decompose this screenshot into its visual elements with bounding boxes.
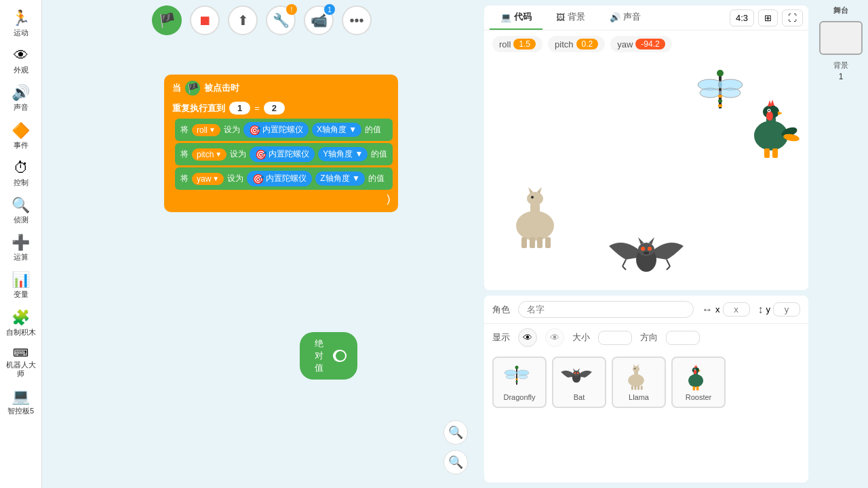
svg-point-74 xyxy=(694,369,695,370)
abs-value-button[interactable]: 绝对值 xyxy=(300,332,357,380)
sidebar-item-motion[interactable]: 🏃 运动 xyxy=(3,5,39,41)
sensor-yaw: yaw -94.2 xyxy=(610,36,671,52)
sprite-item-llama[interactable]: Llama xyxy=(612,357,666,408)
size-label: 大小 xyxy=(572,331,590,344)
sidebar-item-sound[interactable]: 🔊 声音 xyxy=(3,80,39,116)
bg-tab-label: 背景 xyxy=(568,11,585,23)
motion-icon: 🏃 xyxy=(12,9,30,27)
rooster-preview xyxy=(677,362,715,390)
upload-button[interactable]: ⬆ xyxy=(228,5,258,35)
svg-marker-25 xyxy=(770,100,774,106)
main-area: 🏴 ⏹ ⬆ 🔧 ! 📹 1 ••• 当 🏴 被点击时 xyxy=(42,0,481,488)
sprite-item-dragonfly[interactable]: Dragonfly xyxy=(492,357,547,408)
sidebar-item-robot[interactable]: ⌨ 机器人大师 xyxy=(3,342,39,382)
x-icon: ↔ xyxy=(702,304,713,316)
sidebar-item-custom[interactable]: 🧩 自制积木 xyxy=(3,305,39,341)
aspect-ratio-button[interactable]: 4:3 xyxy=(730,9,754,26)
stage-bat xyxy=(606,229,687,283)
axis-z[interactable]: Z轴角度 ▼ xyxy=(315,171,365,186)
stage-llama xyxy=(505,182,566,249)
num1-pill[interactable]: 1 xyxy=(229,102,250,115)
svg-marker-71 xyxy=(696,365,698,367)
zoom-in-button[interactable]: 🔍 xyxy=(443,420,468,445)
sidebar-item-variables[interactable]: 📊 变量 xyxy=(3,267,39,303)
repeat-text: 重复执行直到 xyxy=(172,102,225,115)
fullscreen-button[interactable]: ⛶ xyxy=(782,9,803,26)
axis-y[interactable]: Y轴角度 ▼ xyxy=(318,147,368,161)
svg-line-42 xyxy=(667,266,670,270)
x-label: x xyxy=(715,304,720,314)
value-text-1: 的值 xyxy=(365,124,381,136)
sidebar-item-appearance[interactable]: 👁 外观 xyxy=(3,43,39,79)
sprite-list: Dragonfly Bat xyxy=(484,351,808,413)
var-yaw[interactable]: yaw ▼ xyxy=(192,173,224,185)
debug-badge: ! xyxy=(286,4,297,15)
sidebar-item-operators-label: 运算 xyxy=(14,253,28,262)
svg-point-37 xyxy=(648,247,652,251)
more-button[interactable]: ••• xyxy=(342,5,372,35)
dir-input[interactable] xyxy=(666,331,700,345)
tab-code[interactable]: 💻 代码 xyxy=(490,5,542,30)
sidebar-item-control[interactable]: ⏱ 控制 xyxy=(3,155,39,191)
video-button[interactable]: 📹 1 xyxy=(304,5,334,35)
svg-point-5 xyxy=(717,70,724,77)
bg-label: 背景 xyxy=(833,60,848,70)
show-hidden-button[interactable]: 👁 xyxy=(545,328,564,347)
play-button[interactable]: 🏴 xyxy=(152,5,182,35)
stage-thumbnail[interactable] xyxy=(819,21,863,55)
sidebar-item-smartboard[interactable]: 💻 智控板5 xyxy=(3,384,39,420)
sensor-crosshair-1: 🎯 内置陀螺仪 xyxy=(243,122,309,138)
stage-top-icons: 4:3 ⊞ ⛶ xyxy=(730,5,803,30)
toolbar: 🏴 ⏹ ⬆ 🔧 ! 📹 1 ••• xyxy=(42,0,481,41)
when-row: 当 🏴 被点击时 xyxy=(170,79,393,98)
sprite-name-input[interactable] xyxy=(518,301,694,318)
roll-label: roll xyxy=(499,39,511,49)
zoom-out-button[interactable]: 🔍 xyxy=(443,450,468,474)
abs-label: 绝对值 xyxy=(311,338,328,374)
bat-preview xyxy=(557,362,595,390)
show-visible-button[interactable]: 👁 xyxy=(518,328,537,347)
num2-pill[interactable]: 2 xyxy=(264,102,285,115)
sidebar-item-sensing[interactable]: 🔍 侦测 xyxy=(3,192,39,228)
llama-label: Llama xyxy=(629,393,649,401)
svg-point-28 xyxy=(768,110,770,111)
tab-sound[interactable]: 🔊 声音 xyxy=(599,5,652,30)
sprite-controls-row2: 显示 👁 👁 大小 方向 xyxy=(484,324,808,351)
tab-background[interactable]: 🖼 背景 xyxy=(545,5,596,30)
sidebar-item-operators[interactable]: ➕ 运算 xyxy=(3,230,39,266)
axis-x[interactable]: X轴角度 ▼ xyxy=(312,123,361,137)
set-text-3: 将 xyxy=(180,148,189,160)
control-icon: ⏱ xyxy=(14,159,28,177)
svg-point-26 xyxy=(766,111,773,121)
var-roll[interactable]: roll ▼ xyxy=(192,124,220,136)
sensor-pitch: pitch 0.2 xyxy=(548,36,605,52)
sound-icon: 🔊 xyxy=(12,84,30,102)
robot-icon: ⌨ xyxy=(13,346,28,359)
eq-text: = xyxy=(254,103,260,113)
x-input[interactable] xyxy=(723,302,750,317)
dragonfly-preview xyxy=(498,362,536,390)
set-row-yaw: 将 yaw ▼ 设为 🎯 内置陀螺仪 Z轴角度 ▼ 的值 xyxy=(175,167,393,190)
svg-rect-18 xyxy=(545,237,551,248)
sensor-values: roll 1.5 pitch 0.2 yaw -94.2 xyxy=(484,30,808,58)
stop-button[interactable]: ⏹ xyxy=(190,5,220,35)
pitch-value: 0.2 xyxy=(576,39,599,49)
y-input[interactable] xyxy=(773,302,800,317)
svg-line-41 xyxy=(667,260,670,266)
svg-point-38 xyxy=(644,251,649,254)
grid-view-button[interactable]: ⊞ xyxy=(758,9,778,26)
toggle-switch[interactable] xyxy=(333,350,347,362)
debug-button[interactable]: 🔧 ! xyxy=(266,5,296,35)
var-pitch[interactable]: pitch ▼ xyxy=(192,148,226,161)
set-text-6: 设为 xyxy=(227,173,243,184)
bg-tab-icon: 🖼 xyxy=(556,12,565,22)
sprite-item-bat[interactable]: Bat xyxy=(552,357,606,408)
svg-point-11 xyxy=(527,192,543,205)
size-input[interactable] xyxy=(598,331,632,345)
sidebar-item-smartboard-label: 智控板5 xyxy=(7,407,34,415)
sidebar-item-events[interactable]: 🔶 事件 xyxy=(3,118,39,154)
sprite-controls-row1: 角色 ↔ x ↕ y xyxy=(484,296,808,324)
sprite-item-rooster[interactable]: Rooster xyxy=(671,357,726,408)
svg-rect-16 xyxy=(530,237,535,248)
stage-dragonfly xyxy=(693,64,747,119)
